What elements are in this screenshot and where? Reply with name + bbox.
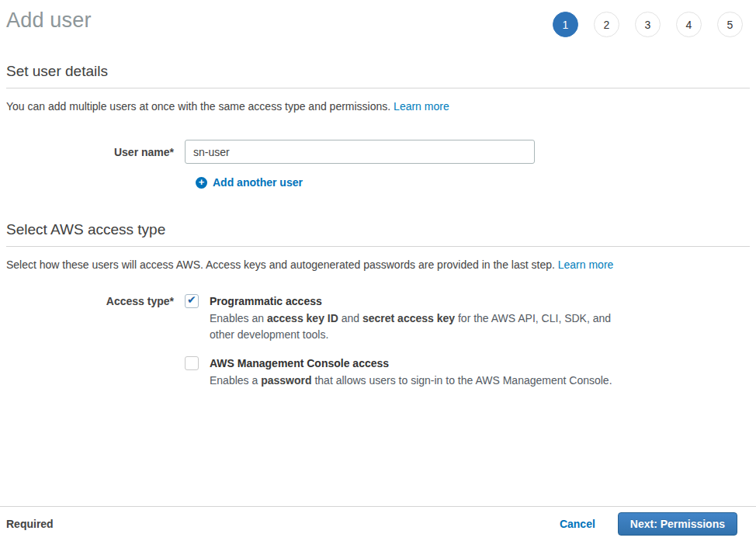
page-title: Add user bbox=[6, 9, 92, 33]
add-another-user-button[interactable]: + Add another user bbox=[196, 176, 750, 189]
access-type-row: Access type* ✔ Programmatic access Enabl… bbox=[6, 293, 750, 389]
console-access-body: AWS Management Console access Enables a … bbox=[210, 355, 612, 389]
checkmark-icon: ✔ bbox=[187, 293, 196, 306]
option-console-access: AWS Management Console access Enables a … bbox=[185, 355, 616, 389]
programmatic-access-checkbox[interactable]: ✔ bbox=[185, 294, 199, 308]
user-name-input[interactable] bbox=[185, 140, 535, 164]
access-type-description: Select how these users will access AWS. … bbox=[6, 257, 750, 272]
desc-text: and bbox=[338, 312, 362, 324]
user-name-row: User name* bbox=[6, 140, 750, 164]
plus-circle-icon: + bbox=[196, 177, 207, 189]
user-details-description: You can add multiple users at once with … bbox=[6, 99, 750, 114]
desc-text: Enables an bbox=[210, 312, 267, 324]
cancel-button[interactable]: Cancel bbox=[560, 518, 595, 530]
programmatic-access-body: Programmatic access Enables an access ke… bbox=[210, 293, 616, 343]
footer-actions: Cancel Next: Permissions bbox=[560, 512, 750, 536]
user-name-label: User name* bbox=[6, 140, 185, 158]
programmatic-access-title: Programmatic access bbox=[210, 293, 616, 309]
step-4[interactable]: 4 bbox=[676, 12, 702, 37]
wizard-step-indicator: 1 2 3 4 5 bbox=[553, 12, 743, 37]
section-heading-access-type: Select AWS access type bbox=[6, 221, 750, 247]
console-access-title: AWS Management Console access bbox=[210, 355, 612, 371]
step-1[interactable]: 1 bbox=[553, 12, 578, 37]
step-2[interactable]: 2 bbox=[594, 12, 619, 37]
add-user-page: Add user 1 2 3 4 5 Set user details You … bbox=[0, 0, 756, 389]
step-3[interactable]: 3 bbox=[635, 12, 661, 37]
required-note: Required bbox=[6, 518, 54, 530]
page-header: Add user 1 2 3 4 5 bbox=[6, 0, 743, 37]
learn-more-link-user-details[interactable]: Learn more bbox=[394, 100, 449, 113]
add-another-user-label: Add another user bbox=[213, 176, 303, 189]
option-programmatic-access: ✔ Programmatic access Enables an access … bbox=[185, 293, 616, 343]
console-access-checkbox[interactable] bbox=[185, 356, 199, 370]
console-access-desc: Enables a password that allows users to … bbox=[210, 373, 612, 389]
access-type-options: ✔ Programmatic access Enables an access … bbox=[185, 293, 616, 389]
learn-more-link-access-type[interactable]: Learn more bbox=[558, 258, 614, 271]
desc-text: that allows users to sign-in to the AWS … bbox=[312, 374, 612, 387]
access-type-description-text: Select how these users will access AWS. … bbox=[6, 258, 555, 271]
user-details-description-text: You can add multiple users at once with … bbox=[6, 100, 390, 113]
desc-bold-text: access key ID bbox=[267, 312, 338, 324]
desc-bold-text: password bbox=[261, 374, 311, 387]
step-5[interactable]: 5 bbox=[717, 12, 743, 37]
desc-text: Enables a bbox=[210, 374, 261, 387]
programmatic-access-desc: Enables an access key ID and secret acce… bbox=[210, 310, 616, 343]
section-heading-user-details: Set user details bbox=[6, 63, 750, 88]
next-permissions-button[interactable]: Next: Permissions bbox=[618, 512, 737, 536]
set-user-details-section: Set user details You can add multiple us… bbox=[6, 63, 750, 189]
wizard-footer: Required Cancel Next: Permissions bbox=[0, 506, 756, 541]
access-type-label: Access type* bbox=[6, 293, 185, 307]
access-type-section: Select AWS access type Select how these … bbox=[6, 221, 750, 389]
desc-bold-text: secret access key bbox=[362, 312, 455, 324]
